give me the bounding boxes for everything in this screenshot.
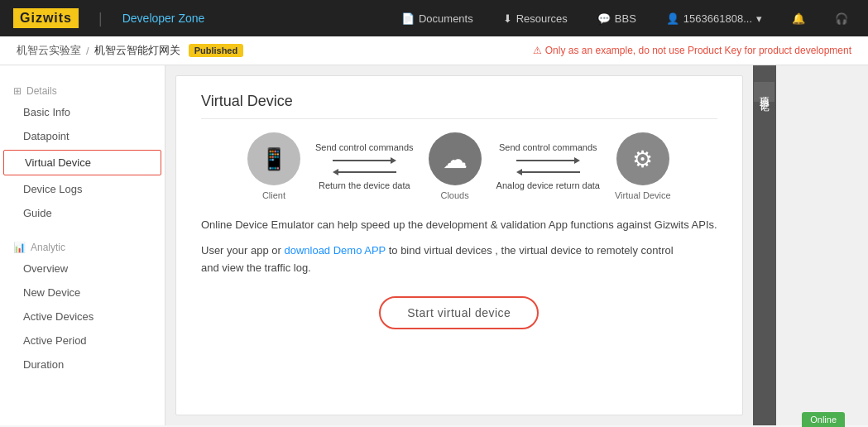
breadcrumb: 机智云实验室 / 机智云智能灯网关 Published ⚠ Only as an… <box>0 36 868 65</box>
headset-nav-item[interactable]: 🎧 <box>828 12 855 25</box>
bbs-icon: 💬 <box>597 12 611 25</box>
sidebar-item-device-logs[interactable]: Device Logs <box>0 177 165 201</box>
sidebar-item-duration[interactable]: Duration <box>0 353 165 377</box>
zone-label: Developer Zone <box>122 12 205 25</box>
arrows-block-2: Send control commands Analog device retu… <box>496 142 600 190</box>
sidebar: ⊞ Details Basic Info Datapoint Virtual D… <box>0 65 165 425</box>
warning-message: ⚠ Only as an example, do not use Product… <box>533 45 851 56</box>
top-navigation: Gizwits | Developer Zone 📄 Documents ⬇ R… <box>0 0 868 36</box>
virtual-device-icon-circle: ⚙ <box>616 132 669 185</box>
arrow-right-1 <box>333 157 396 164</box>
sidebar-item-new-device[interactable]: New Device <box>0 281 165 305</box>
details-label: Details <box>26 85 57 97</box>
breadcrumb-separator: / <box>86 45 89 57</box>
chevron-down-icon: ▾ <box>756 12 762 25</box>
docs-nav-item[interactable]: 📄 Documents <box>395 12 480 25</box>
sidebar-item-active-devices[interactable]: Active Devices <box>0 305 165 329</box>
clouds-icon: ☁ <box>443 145 468 174</box>
online-badge: Online <box>802 412 845 427</box>
divider: | <box>98 10 103 27</box>
clouds-node: ☁ Clouds <box>429 132 482 200</box>
user-label: 1563661808... <box>683 12 752 25</box>
resources-nav-item[interactable]: ⬇ Resources <box>496 12 574 25</box>
virtual-device-diagram: 📱 Client Send control commands Return th… <box>201 132 717 200</box>
clouds-label: Clouds <box>440 190 468 200</box>
analytic-label: Analytic <box>31 242 65 253</box>
client-label: Client <box>262 190 285 200</box>
user-icon: 👤 <box>666 12 679 25</box>
published-badge: Published <box>189 44 244 57</box>
page-title: Virtual Device <box>201 93 717 119</box>
sidebar-item-overview[interactable]: Overview <box>0 257 165 281</box>
docs-label: Documents <box>419 12 473 25</box>
info-text-2: User your app or download Demo APP to bi… <box>201 242 717 277</box>
bell-icon: 🔔 <box>792 12 805 25</box>
info2-suffix: and view the traffic log. <box>201 261 311 274</box>
user-nav-item[interactable]: 👤 1563661808... ▾ <box>659 12 769 25</box>
main-content: Virtual Device 📱 Client Send control com… <box>175 75 743 415</box>
virtual-device-icon: ⚙ <box>632 146 653 173</box>
bbs-nav-item[interactable]: 💬 BBS <box>591 12 643 25</box>
sidebar-item-guide[interactable]: Guide <box>0 201 165 225</box>
virtual-device-node: ⚙ Virtual Device <box>615 132 671 200</box>
logo: Gizwits <box>13 8 79 28</box>
sidebar-item-basic-info[interactable]: Basic Info <box>0 100 165 124</box>
client-node: 📱 Client <box>247 132 300 200</box>
arrow-left-1 <box>333 169 396 175</box>
content-wrapper: Virtual Device 📱 Client Send control com… <box>165 65 776 425</box>
grid-icon: ⊞ <box>13 85 22 97</box>
sidebar-item-datapoint[interactable]: Datapoint <box>0 124 165 148</box>
client-icon-circle: 📱 <box>247 132 300 185</box>
start-virtual-device-button[interactable]: Start virtual device <box>379 296 539 329</box>
breadcrumb-current: 机智云智能灯网关 <box>94 43 180 58</box>
clouds-icon-circle: ☁ <box>429 132 482 185</box>
arrow1-top-label: Send control commands <box>315 142 414 152</box>
arrow-right-2 <box>516 157 580 164</box>
right-panel: 项目登记 <box>753 65 776 425</box>
arrow2-bottom-label: Analog device return data <box>496 180 600 190</box>
info-text-1: Online Device Emulator can help speed up… <box>201 217 717 234</box>
client-icon: 📱 <box>261 146 287 172</box>
arrows-block-1: Send control commands Return the device … <box>315 142 414 190</box>
sidebar-item-active-period[interactable]: Active Period <box>0 329 165 353</box>
analytic-section-title: 📊 Analytic <box>0 235 165 257</box>
virtual-device-label: Virtual Device <box>615 190 671 200</box>
resources-label: Resources <box>516 12 568 25</box>
main-layout: ⊞ Details Basic Info Datapoint Virtual D… <box>0 65 868 425</box>
warning-text: Only as an example, do not use Product K… <box>545 45 851 56</box>
right-panel-label[interactable]: 项目登记 <box>754 82 774 102</box>
info2-prefix: User your app or <box>201 244 284 257</box>
sidebar-item-virtual-device[interactable]: Virtual Device <box>3 150 161 175</box>
analytic-icon: 📊 <box>13 242 26 253</box>
bbs-label: BBS <box>615 12 636 25</box>
details-section-title: ⊞ Details <box>0 79 165 100</box>
docs-icon: 📄 <box>401 12 415 25</box>
arrow-left-2 <box>516 169 580 175</box>
bell-nav-item[interactable]: 🔔 <box>785 12 812 25</box>
arrow1-bottom-label: Return the device data <box>319 180 410 190</box>
info2-middle: to bind virtual devices , the virtual de… <box>386 244 674 257</box>
breadcrumb-root[interactable]: 机智云实验室 <box>17 43 81 58</box>
arrow2-top-label: Send control commands <box>499 142 597 152</box>
demo-app-link[interactable]: download Demo APP <box>284 244 386 257</box>
btn-container: Start virtual device <box>201 288 717 329</box>
warning-icon: ⚠ <box>533 45 542 56</box>
resources-icon: ⬇ <box>503 12 512 25</box>
headset-icon: 🎧 <box>835 12 848 25</box>
